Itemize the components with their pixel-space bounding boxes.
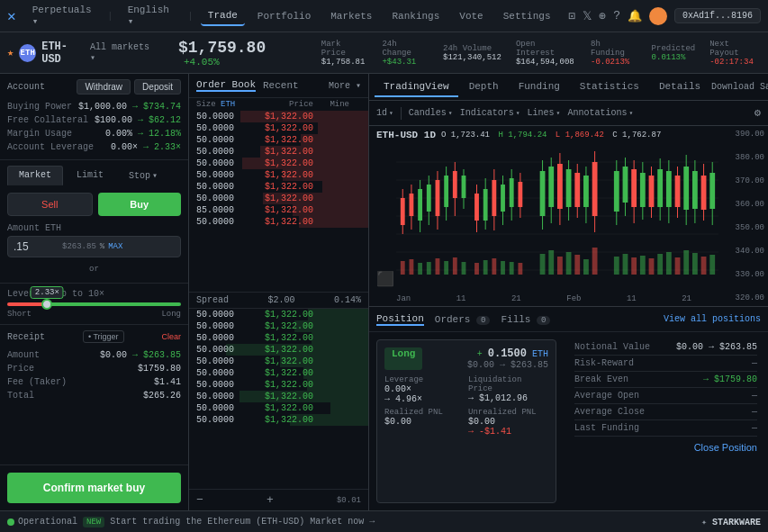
svg-rect-103	[709, 173, 715, 209]
ask-row[interactable]: 50.0000 $1,322.00	[189, 169, 368, 181]
clear-button[interactable]: Clear	[161, 332, 181, 341]
nav-markets[interactable]: Markets	[323, 7, 379, 25]
indicators-selector[interactable]: Indicators ▾	[460, 108, 520, 118]
bid-row[interactable]: 50.0000 $1,322.00	[189, 367, 368, 379]
break-even-row: Break Even → $1759.80	[574, 372, 757, 388]
bid-row[interactable]: 50.0000 $1,322.00	[189, 356, 368, 367]
leverage-badge: 2.33×	[31, 286, 64, 299]
tab-details[interactable]: Details	[650, 77, 709, 97]
sell-button[interactable]: Sell	[7, 193, 93, 216]
next-payout-stat: Next Payout -02:17:34	[709, 40, 761, 67]
ask-row[interactable]: 50.0000 $1,322.00	[189, 193, 368, 204]
chart-settings-icon[interactable]: ⚙	[754, 106, 761, 120]
candles-selector[interactable]: Candles ▾	[409, 108, 453, 118]
tab-recent[interactable]: Recent	[263, 80, 299, 91]
lines-selector[interactable]: Lines ▾	[528, 108, 561, 118]
ask-row[interactable]: 50.0000 $1,322.00	[189, 111, 368, 122]
tab-market[interactable]: Market	[7, 166, 63, 185]
tab-limit[interactable]: Limit	[65, 166, 115, 185]
bid-row[interactable]: 50.0000 $1,322.00	[189, 309, 368, 320]
notification-icon[interactable]: 🔔	[628, 9, 642, 23]
confirm-market-buy-button[interactable]: Confirm market buy	[7, 473, 181, 503]
nav-settings[interactable]: Settings	[496, 7, 558, 25]
twitter-icon[interactable]: 𝕏	[583, 9, 592, 23]
annotations-selector[interactable]: Annotations ▾	[567, 108, 633, 118]
tab-orders[interactable]: Orders 0	[435, 314, 491, 325]
svg-rect-49	[540, 171, 546, 216]
github-icon[interactable]: ⊕	[599, 9, 606, 23]
tab-tradingview[interactable]: TradingView	[375, 77, 458, 97]
minus-button[interactable]: −	[196, 493, 203, 507]
svg-rect-113	[462, 262, 466, 275]
svg-rect-138	[709, 255, 715, 275]
ask-row[interactable]: 50.0000 $1,322.00	[189, 158, 368, 169]
nav-portfolio[interactable]: Portfolio	[250, 7, 318, 25]
bid-row[interactable]: 50.0000 $1,322.00	[189, 320, 368, 332]
nav-rankings[interactable]: Rankings	[384, 7, 447, 25]
monitor-icon[interactable]: ⊡	[569, 9, 576, 23]
risk-reward-row: Risk-Reward —	[574, 356, 757, 372]
svg-rect-110	[436, 258, 440, 275]
wallet-address[interactable]: 0xAd1f...8196	[674, 8, 761, 23]
orderbook-column-headers: Size ETH Price Mine	[189, 98, 368, 111]
starkware-logo: ✦ STARKWARE	[701, 517, 761, 527]
status-indicator	[7, 518, 14, 526]
ask-row[interactable]: 50.0000 $1,322.00	[189, 146, 368, 158]
bid-row[interactable]: 50.0000 $1,322.00	[189, 414, 368, 426]
tab-funding[interactable]: Funding	[510, 77, 569, 97]
max-button[interactable]: MAX	[108, 242, 122, 251]
tab-fills[interactable]: Fills 0	[501, 314, 550, 325]
help-icon[interactable]: ?	[613, 9, 620, 23]
withdraw-button[interactable]: Withdraw	[77, 79, 131, 95]
svg-rect-109	[427, 262, 431, 275]
download-button[interactable]: Download	[711, 82, 754, 92]
bid-row[interactable]: 50.0000 $1,322.00	[189, 379, 368, 391]
tab-stop[interactable]: Stop▾	[117, 166, 169, 185]
save-button[interactable]: Save	[760, 82, 768, 92]
leverage-metric: Leverage 0.00× → 4.96×	[384, 375, 465, 404]
receipt-section: Receipt • Trigger Clear Amount $0.00 → $…	[0, 325, 188, 465]
tab-order-book[interactable]: Order Book	[196, 79, 256, 92]
ask-row[interactable]: 50.0000 $1,322.00	[189, 122, 368, 134]
close-position-button[interactable]: Close Position	[574, 437, 757, 453]
svg-rect-28	[462, 176, 466, 198]
ask-row[interactable]: 50.0000 $1,322.00	[189, 134, 368, 146]
tab-depth[interactable]: Depth	[460, 77, 508, 97]
view-all-positions[interactable]: View all positions	[664, 314, 761, 324]
svg-rect-134	[675, 257, 681, 275]
plus-button[interactable]: +	[267, 493, 274, 507]
nav-trade[interactable]: Trade	[201, 6, 245, 26]
bid-row[interactable]: 50.0000 $1,322.00	[189, 391, 368, 402]
account-section: Account Withdraw Deposit Buying Power $1…	[0, 74, 188, 160]
bid-row[interactable]: 50.0000 $1,322.00	[189, 402, 368, 414]
bid-row[interactable]: 50.0000 $1,322.00	[189, 344, 368, 356]
ask-row[interactable]: 50.0000 $1,322.00	[189, 181, 368, 193]
nav-vote[interactable]: Vote	[452, 7, 490, 25]
tab-statistics[interactable]: Statistics	[571, 77, 648, 97]
account-leverage-row: Account Leverage 0.00× → 2.33×	[7, 140, 181, 154]
svg-rect-123	[566, 252, 572, 275]
svg-rect-111	[444, 261, 448, 275]
favorite-star[interactable]: ★	[7, 46, 14, 59]
more-button[interactable]: More ▾	[329, 80, 361, 91]
markets-dropdown[interactable]: All markets ▾	[90, 42, 157, 63]
timeframe-selector[interactable]: 1d ▾	[376, 108, 393, 118]
nav-english[interactable]: English ▾	[121, 1, 181, 31]
bid-row[interactable]: 50.0000 $1,322.00	[189, 332, 368, 344]
buy-button[interactable]: Buy	[98, 193, 182, 216]
deposit-button[interactable]: Deposit	[134, 79, 181, 95]
amount-input[interactable]	[14, 240, 59, 253]
notional-value-row: Notional Value $0.00 → $263.85	[574, 339, 757, 356]
tab-position[interactable]: Position	[376, 313, 424, 326]
long-badge: Long	[384, 347, 422, 370]
percent-button[interactable]: %	[100, 242, 104, 251]
svg-rect-114	[474, 263, 479, 275]
trigger-button[interactable]: • Trigger	[83, 330, 124, 343]
spread-label: Spread	[196, 295, 229, 305]
leverage-slider[interactable]: 2.33×	[7, 302, 181, 306]
ask-row[interactable]: 85.0000 $1,322.00	[189, 204, 368, 216]
status-text: Operational	[18, 517, 77, 527]
nav-perpetuals[interactable]: Perpetuals ▾	[25, 1, 100, 31]
svg-rect-7	[401, 198, 405, 225]
ask-row[interactable]: 50.0000 $1,322.00	[189, 216, 368, 228]
